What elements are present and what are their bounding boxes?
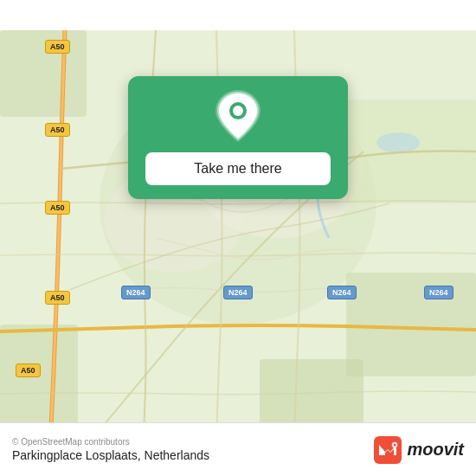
place-name: Parkingplace Losplaats, Netherlands bbox=[12, 448, 209, 462]
moovit-logo: moovit bbox=[374, 436, 464, 464]
map-container: A50 A50 A50 A50 A50 N264 N264 N264 N264 … bbox=[0, 0, 476, 476]
svg-point-11 bbox=[233, 106, 243, 116]
road-badge-a50-2: A50 bbox=[45, 123, 70, 137]
road-badge-a50-4: A50 bbox=[45, 291, 70, 305]
moovit-brand-text: moovit bbox=[407, 440, 464, 460]
svg-rect-4 bbox=[0, 30, 87, 117]
take-me-there-button[interactable]: Take me there bbox=[145, 152, 331, 185]
road-badge-a50-1: A50 bbox=[45, 40, 70, 54]
footer-info: © OpenStreetMap contributors Parkingplac… bbox=[12, 437, 209, 462]
road-badge-a50-5: A50 bbox=[16, 363, 41, 377]
location-pin-icon bbox=[214, 92, 262, 140]
copyright-text: © OpenStreetMap contributors bbox=[12, 437, 209, 447]
road-badge-n264-1: N264 bbox=[121, 286, 151, 299]
road-badge-a50-3: A50 bbox=[45, 201, 70, 215]
footer-bar: © OpenStreetMap contributors Parkingplac… bbox=[0, 422, 476, 476]
svg-point-9 bbox=[376, 132, 420, 153]
action-card: Take me there bbox=[128, 76, 348, 199]
road-badge-n264-4: N264 bbox=[424, 286, 453, 299]
road-badge-n264-3: N264 bbox=[327, 286, 357, 299]
svg-point-15 bbox=[394, 443, 396, 446]
svg-rect-7 bbox=[346, 273, 476, 376]
road-badge-n264-2: N264 bbox=[223, 286, 253, 299]
